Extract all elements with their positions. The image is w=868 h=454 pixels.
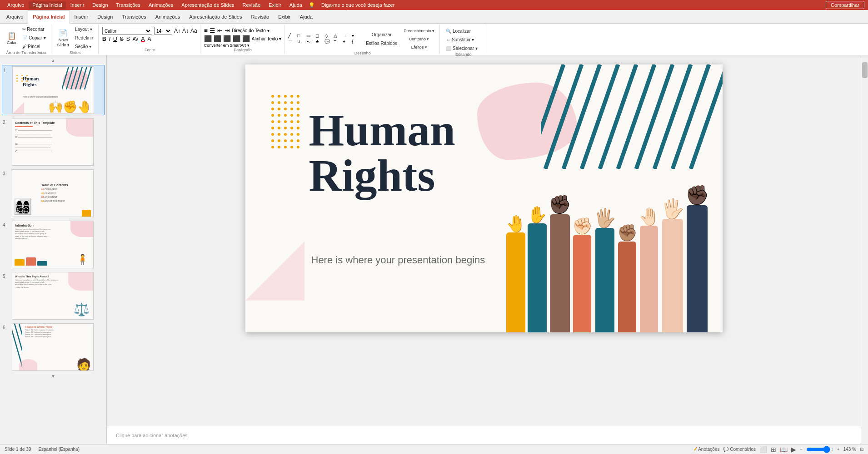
shape-callout[interactable]: 💬	[324, 39, 333, 45]
slide-canvas[interactable]: .yd{fill:#f0a500;} Hu	[245, 64, 723, 332]
slide-thumb-6[interactable]: 6 Features of the Topic Featur	[2, 322, 105, 372]
columns[interactable]: ⬛	[242, 35, 250, 42]
scroll-thumb[interactable]	[862, 62, 868, 78]
shape-eq[interactable]: =	[334, 39, 342, 45]
tab-ajuda[interactable]: Ajuda	[295, 10, 317, 23]
zoom-out-button[interactable]: −	[800, 447, 803, 452]
view-reading[interactable]: 📖	[780, 446, 788, 453]
bold-button[interactable]: B	[102, 36, 106, 42]
menu-pagina-inicial[interactable]: Página Inicial	[29, 1, 65, 9]
fill-button[interactable]: Preenchimento ▾	[401, 27, 437, 35]
scroll-up[interactable]: ▲	[2, 58, 105, 63]
shadow-button[interactable]: S	[126, 36, 130, 42]
effects-button[interactable]: Efeitos ▾	[401, 44, 437, 51]
tab-arquivo[interactable]: Arquivo	[2, 10, 28, 23]
view-normal[interactable]: ⬜	[759, 446, 767, 453]
align-text[interactable]: Alinhar Texto ▾	[252, 36, 281, 41]
shape-rect[interactable]: □	[297, 33, 305, 38]
font-size-down[interactable]: A↓	[182, 28, 189, 34]
arrange-button[interactable]: Organizar	[364, 31, 399, 39]
font-highlight[interactable]: A	[147, 36, 151, 42]
tab-pagina-inicial[interactable]: Página Inicial	[28, 10, 70, 24]
notes-toggle[interactable]: 📝 Anotações	[692, 447, 720, 452]
strikethrough-button[interactable]: S	[120, 36, 124, 42]
convert-smartart[interactable]: Converter em SmartArt ▾	[204, 43, 281, 48]
replace-button[interactable]: ↔ Substituir ▾	[444, 36, 480, 44]
menu-design[interactable]: Design	[89, 1, 111, 9]
shape-tri[interactable]: △	[334, 33, 342, 38]
shape-star[interactable]: ★	[315, 39, 324, 45]
font-size-up[interactable]: A↑	[174, 28, 180, 34]
text-direction[interactable]: Direção do Texto ▾	[232, 28, 269, 33]
slide-thumb-4[interactable]: 4 Introduction Here you have a descripti…	[2, 220, 105, 269]
menu-apresentacao[interactable]: Apresentação de Slides	[178, 1, 238, 9]
view-slide-sorter[interactable]: ⊞	[771, 446, 776, 453]
section-button[interactable]: Seção ▾	[73, 43, 95, 50]
fit-button[interactable]: ⊡	[860, 447, 863, 452]
paste-button[interactable]: 📋 Colar	[5, 30, 19, 46]
menu-revisao[interactable]: Revisão	[239, 1, 264, 9]
shape-diamond[interactable]: ◇	[324, 33, 333, 38]
shape-brace[interactable]: {	[352, 39, 360, 45]
share-button[interactable]: Compartilhar	[826, 1, 864, 9]
view-presenter[interactable]: ▶	[791, 446, 796, 453]
main-title-block[interactable]: Human Rights	[309, 108, 455, 198]
layout-button[interactable]: Layout ▾	[73, 25, 95, 33]
increase-indent[interactable]: ⇥	[224, 27, 230, 34]
menu-arquivo[interactable]: Arquivo	[4, 1, 28, 9]
font-color-A[interactable]: A	[141, 36, 145, 42]
tab-apresentacao[interactable]: Apresentação de Slides	[185, 10, 246, 23]
shape-arrow[interactable]: →	[343, 33, 351, 38]
shape-plus[interactable]: +	[343, 39, 351, 45]
reset-button[interactable]: Redefinir	[73, 34, 95, 42]
outline-button[interactable]: Contorno ▾	[401, 35, 437, 43]
quick-styles[interactable]: Estilos Rápidos	[364, 39, 399, 47]
tab-design[interactable]: Design	[93, 10, 117, 23]
zoom-slider[interactable]	[806, 446, 833, 453]
decrease-indent[interactable]: ⇤	[217, 27, 223, 34]
underline-button[interactable]: U	[113, 36, 117, 42]
tab-inserir[interactable]: Inserir	[70, 10, 93, 23]
menu-ajuda[interactable]: Ajuda	[286, 1, 306, 9]
shape-rect2[interactable]: ▭	[306, 33, 314, 38]
comments-toggle[interactable]: 💬 Comentários	[723, 447, 755, 452]
select-button[interactable]: ⬜ Selecionar ▾	[444, 44, 480, 52]
align-justify[interactable]: ⬛	[233, 35, 240, 42]
menu-inserir[interactable]: Inserir	[67, 1, 88, 9]
align-center[interactable]: ⬛	[214, 35, 221, 42]
shape-arc[interactable]: ∪	[297, 39, 305, 45]
list-numbers[interactable]: ☰	[210, 27, 215, 34]
shape-wave[interactable]: 〜	[306, 39, 314, 45]
find-button[interactable]: 🔍 Localizar	[444, 27, 480, 35]
tab-exibir[interactable]: Exibir	[274, 10, 295, 23]
slide-thumb-1[interactable]: 1 HumanRights	[2, 65, 105, 115]
italic-button[interactable]: I	[109, 36, 110, 42]
tab-transicoes[interactable]: Transições	[117, 10, 150, 23]
cut-button[interactable]: ✂ Recortar	[20, 25, 48, 33]
main-subtitle[interactable]: Here is where your presentation begins	[311, 254, 485, 266]
list-bullets[interactable]: ≡	[204, 27, 208, 34]
shape-round[interactable]: ◻	[315, 33, 324, 38]
slide-thumb-5[interactable]: 5 What Is This Topic About? Here you can…	[2, 271, 105, 321]
shape-line[interactable]: ╱	[288, 33, 296, 38]
font-size-select[interactable]: 14	[154, 27, 172, 35]
clear-format[interactable]: Aa	[190, 28, 197, 34]
menu-exibir[interactable]: Exibir	[265, 1, 285, 9]
scroll-down[interactable]: ▼	[2, 374, 105, 379]
tab-animacoes[interactable]: Animações	[151, 10, 185, 23]
format-painter-button[interactable]: 🖌 Pincel	[20, 43, 48, 50]
menu-transicoes[interactable]: Transições	[113, 1, 144, 9]
notes-area[interactable]: Clique para adicionar anotações	[107, 426, 861, 444]
align-left[interactable]: ⬛	[204, 35, 212, 42]
shape-curve[interactable]: ⌒	[288, 39, 296, 45]
menu-search[interactable]: Diga-me o que você deseja fazer	[318, 1, 398, 9]
slide-thumb-3[interactable]: 3 👩‍👩‍👧‍👦 Table of Contents 01 OVERVIEW …	[2, 168, 105, 218]
right-scrollbar[interactable]	[861, 55, 868, 444]
slide-thumb-2[interactable]: 2 Contents of This Template 01 ─────────…	[2, 117, 105, 167]
copy-button[interactable]: 📄 Copiar ▾	[20, 34, 48, 42]
char-spacing[interactable]: AV	[133, 37, 139, 42]
new-slide-button[interactable]: 📄 Novo Slide ▾	[55, 27, 72, 49]
zoom-in-button[interactable]: +	[837, 447, 840, 452]
align-right[interactable]: ⬛	[223, 35, 231, 42]
shape-more[interactable]: ▾	[352, 33, 360, 38]
